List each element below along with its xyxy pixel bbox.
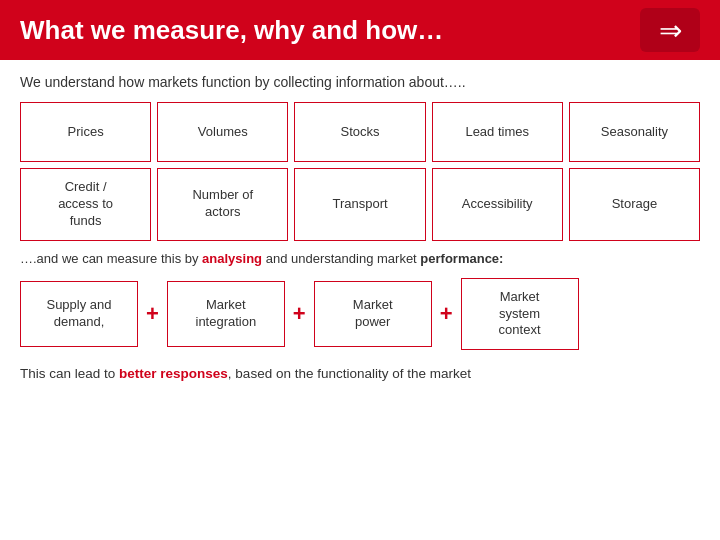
plus-icon-3: + xyxy=(440,301,453,327)
plus-icon-1: + xyxy=(146,301,159,327)
sum-cell-context: Market system context xyxy=(461,278,579,351)
sum-cell-integration: Market integration xyxy=(167,281,285,347)
header: What we measure, why and how… ⇒ xyxy=(0,0,720,60)
cell-credit: Credit / access to funds xyxy=(20,168,151,241)
middle-text: ….and we can measure this by analysing a… xyxy=(20,251,700,266)
cell-seasonality: Seasonality xyxy=(569,102,700,162)
cell-transport: Transport xyxy=(294,168,425,241)
cell-storage: Storage xyxy=(569,168,700,241)
grid-row-2: Credit / access to funds Number of actor… xyxy=(20,168,700,241)
sum-row: Supply and demand, + Market integration … xyxy=(20,278,700,351)
main-content: We understand how markets function by co… xyxy=(0,60,720,395)
cell-number-of-actors: Number of actors xyxy=(157,168,288,241)
logo-icon: ⇒ xyxy=(659,14,682,47)
final-text: This can lead to better responses, based… xyxy=(20,366,700,381)
page-title: What we measure, why and how… xyxy=(20,15,443,46)
cell-stocks: Stocks xyxy=(294,102,425,162)
sum-cell-power: Market power xyxy=(314,281,432,347)
logo: ⇒ xyxy=(640,8,700,52)
cell-accessibility: Accessibility xyxy=(432,168,563,241)
cell-lead-times: Lead times xyxy=(432,102,563,162)
grid-row-1: Prices Volumes Stocks Lead times Seasona… xyxy=(20,102,700,162)
subtitle: We understand how markets function by co… xyxy=(20,74,700,90)
cell-volumes: Volumes xyxy=(157,102,288,162)
cell-prices: Prices xyxy=(20,102,151,162)
plus-icon-2: + xyxy=(293,301,306,327)
sum-cell-supply: Supply and demand, xyxy=(20,281,138,347)
